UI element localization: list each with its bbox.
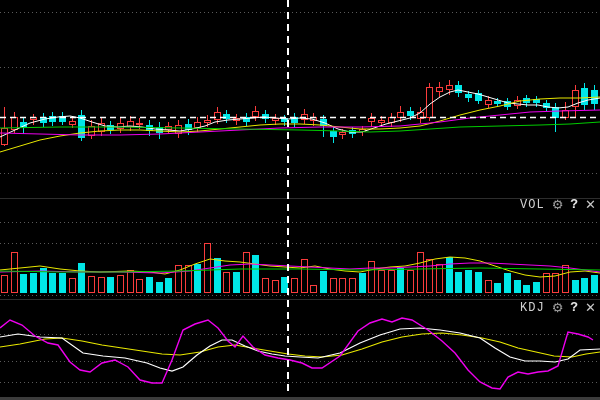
volume-help-icon[interactable]: ?: [570, 197, 578, 213]
volume-panel[interactable]: [0, 199, 600, 297]
kdj-help-icon[interactable]: ?: [570, 300, 578, 316]
volume-settings-gear-icon[interactable]: ⚙: [552, 197, 564, 213]
volume-indicator-label: VOL: [520, 197, 545, 213]
kdj-panel[interactable]: [0, 300, 600, 396]
kdj-indicator-label: KDJ: [520, 300, 545, 316]
kdj-panel-header: KDJ ⚙ ? ✕: [520, 300, 596, 316]
main-price-panel[interactable]: [0, 0, 600, 198]
volume-panel-header: VOL ⚙ ? ✕: [520, 197, 596, 213]
kdj-settings-gear-icon[interactable]: ⚙: [552, 300, 564, 316]
volume-close-icon[interactable]: ✕: [585, 197, 596, 213]
kdj-close-icon[interactable]: ✕: [585, 300, 596, 316]
stock-chart-window: VOL ⚙ ? ✕ KDJ ⚙ ? ✕: [0, 0, 600, 400]
